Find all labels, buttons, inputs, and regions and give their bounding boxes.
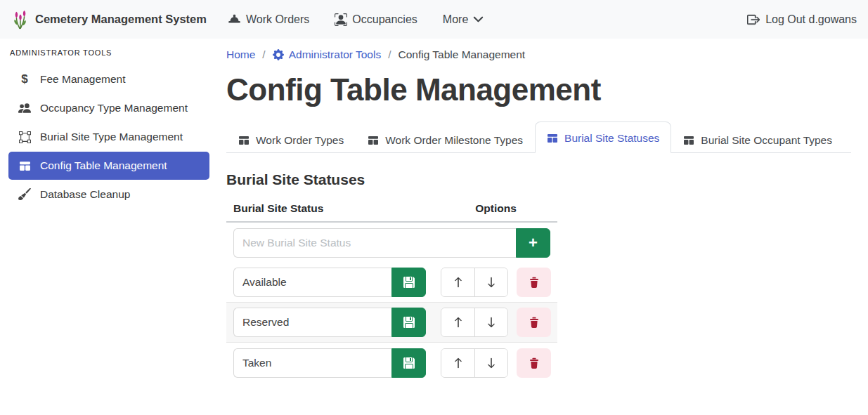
- sidebar-item-label: Burial Site Type Management: [40, 131, 183, 143]
- breadcrumb-administrator-tools[interactable]: Administrator Tools: [273, 48, 382, 61]
- floppy-save-icon: [403, 317, 415, 328]
- tab-label: Work Order Types: [256, 134, 344, 147]
- save-button[interactable]: [391, 348, 426, 378]
- gear-icon: [273, 49, 284, 60]
- delete-button[interactable]: [517, 308, 551, 337]
- people-icon: [15, 102, 34, 114]
- new-status-input[interactable]: [233, 228, 516, 258]
- app-title: Cemetery Management System: [35, 13, 207, 26]
- logout-label: Log Out d.gowans: [765, 13, 857, 26]
- sidebar-item-label: Database Cleanup: [40, 188, 130, 201]
- main-content: Home / Administrator Tools / Config Tabl…: [218, 39, 868, 415]
- arrow-up-icon: [453, 277, 464, 288]
- sidebar-section-label: ADMINISTRATOR TOOLS: [10, 48, 209, 57]
- breadcrumb-separator: /: [262, 48, 265, 61]
- trash-icon: [529, 317, 540, 328]
- nav-links: Work Orders Occupancies More: [228, 13, 484, 26]
- floppy-save-icon: [403, 277, 415, 288]
- status-row-available: [226, 263, 557, 303]
- sidebar-item-database-cleanup[interactable]: Database Cleanup: [8, 180, 209, 209]
- status-input[interactable]: [233, 268, 391, 297]
- tab-burial-site-occupant-types[interactable]: Burial Site Occupant Types: [671, 127, 844, 153]
- arrow-down-icon: [486, 277, 497, 288]
- table-icon: [683, 135, 694, 146]
- status-input[interactable]: [233, 308, 391, 337]
- chevron-down-icon: [473, 14, 484, 25]
- section-heading: Burial Site Statuses: [226, 171, 851, 188]
- move-down-button[interactable]: [474, 308, 507, 336]
- logout-button[interactable]: Log Out d.gowans: [747, 13, 857, 26]
- nav-item-more[interactable]: More: [443, 13, 484, 26]
- move-up-button[interactable]: [441, 349, 474, 377]
- status-input[interactable]: [233, 348, 391, 378]
- move-up-button[interactable]: [441, 268, 474, 296]
- tab-label: Burial Site Statuses: [564, 132, 659, 145]
- table-icon: [368, 135, 379, 146]
- sidebar-item-label: Occupancy Type Management: [40, 102, 188, 114]
- column-header-status: Burial Site Status: [226, 202, 434, 215]
- reorder-button-group: [441, 308, 508, 337]
- status-table: Burial Site Status Options +: [226, 202, 557, 383]
- table-icon: [15, 160, 34, 172]
- sidebar-item-occupancy-type-management[interactable]: Occupancy Type Management: [8, 94, 209, 122]
- tab-label: Work Order Milestone Types: [385, 134, 523, 147]
- new-status-row: +: [226, 223, 557, 263]
- nav-item-work-orders[interactable]: Work Orders: [228, 13, 309, 26]
- table-icon: [238, 135, 250, 146]
- tab-work-order-types[interactable]: Work Order Types: [226, 127, 356, 153]
- column-header-options: Options: [434, 202, 557, 215]
- move-down-button[interactable]: [474, 349, 507, 377]
- status-row-reserved: [226, 303, 557, 343]
- tab-label: Burial Site Occupant Types: [701, 134, 832, 147]
- sidebar-item-label: Config Table Management: [40, 159, 167, 172]
- hard-hat-icon: [228, 13, 241, 26]
- nav-item-occupancies[interactable]: Occupancies: [335, 13, 417, 26]
- page-title: Config Table Management: [226, 72, 851, 107]
- table-icon: [547, 133, 558, 144]
- breadcrumb-label: Home: [226, 48, 255, 61]
- breadcrumb-current: Config Table Management: [399, 48, 526, 61]
- tulip-logo-icon: [11, 9, 30, 30]
- bounding-box-icon: [15, 131, 34, 143]
- arrow-down-icon: [486, 317, 497, 328]
- save-button[interactable]: [391, 268, 426, 297]
- top-navbar: Cemetery Management System Work Orders O…: [0, 0, 868, 39]
- breadcrumb-home[interactable]: Home: [226, 48, 255, 61]
- status-row-taken: [226, 343, 557, 383]
- tab-bar: Work Order Types Work Order Milestone Ty…: [226, 121, 851, 153]
- delete-button[interactable]: [517, 348, 551, 378]
- delete-button[interactable]: [517, 268, 551, 297]
- sidebar-item-label: Fee Management: [40, 73, 126, 86]
- dollar-icon: $: [15, 72, 34, 86]
- reorder-button-group: [441, 268, 508, 297]
- move-up-button[interactable]: [441, 308, 474, 336]
- nav-item-label: More: [443, 13, 468, 26]
- app-brand[interactable]: Cemetery Management System: [11, 9, 207, 30]
- nav-item-label: Occupancies: [352, 13, 417, 26]
- save-button[interactable]: [391, 308, 426, 337]
- breadcrumb: Home / Administrator Tools / Config Tabl…: [226, 48, 851, 61]
- move-down-button[interactable]: [474, 268, 507, 296]
- sidebar-item-burial-site-type-management[interactable]: Burial Site Type Management: [8, 123, 209, 151]
- tab-work-order-milestone-types[interactable]: Work Order Milestone Types: [356, 127, 535, 153]
- tab-burial-site-statuses[interactable]: Burial Site Statuses: [535, 121, 671, 153]
- sidebar: ADMINISTRATOR TOOLS $ Fee Management Occ…: [0, 39, 218, 415]
- floppy-save-icon: [403, 357, 415, 369]
- trash-icon: [529, 277, 540, 288]
- nav-item-label: Work Orders: [246, 13, 309, 26]
- reorder-button-group: [441, 348, 508, 378]
- arrow-up-icon: [453, 317, 464, 328]
- sidebar-item-config-table-management[interactable]: Config Table Management: [8, 152, 209, 180]
- table-header-row: Burial Site Status Options: [226, 202, 557, 223]
- breadcrumb-label: Administrator Tools: [289, 48, 382, 61]
- box-arrow-right-icon: [747, 13, 760, 26]
- breadcrumb-separator: /: [388, 48, 391, 61]
- arrow-up-icon: [453, 357, 464, 369]
- person-bounding-box-icon: [335, 13, 347, 26]
- add-status-button[interactable]: +: [516, 228, 550, 258]
- broom-icon: [15, 188, 34, 201]
- sidebar-item-fee-management[interactable]: $ Fee Management: [8, 65, 209, 93]
- trash-icon: [529, 357, 540, 369]
- arrow-down-icon: [486, 357, 497, 369]
